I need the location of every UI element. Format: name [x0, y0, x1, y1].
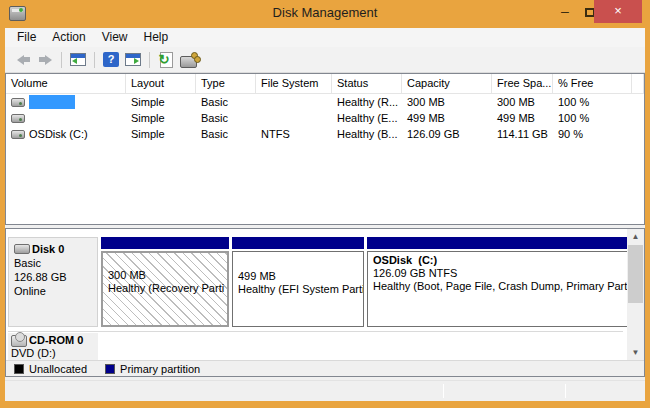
primary-partition-swatch: [105, 364, 115, 374]
rescan-disks-icon[interactable]: [177, 50, 199, 70]
show-console-tree-icon[interactable]: [67, 50, 89, 70]
disk0-type: Basic: [14, 256, 97, 270]
disk0-size: 126.88 GB: [14, 270, 97, 284]
title-bar[interactable]: Disk Management – ×: [0, 0, 650, 28]
column-header-layout[interactable]: Layout: [126, 74, 196, 93]
status-bar: [5, 380, 645, 401]
column-header-capacity[interactable]: Capacity: [402, 74, 492, 93]
scrollbar-thumb[interactable]: [628, 245, 643, 303]
disk-management-window: Disk Management – × File Action View Hel…: [0, 0, 650, 408]
column-header-filesystem[interactable]: File System: [256, 74, 332, 93]
cell-type: Basic: [196, 96, 256, 108]
cell-pctfree: 100 %: [553, 96, 632, 108]
table-row[interactable]: Simple Basic Healthy (R... 300 MB 300 MB…: [6, 94, 644, 110]
cell-capacity: 499 MB: [402, 112, 492, 124]
partition-color-band: [232, 237, 364, 249]
graphical-view: Disk 0 Basic 126.88 GB Online 300 MB Hea…: [5, 228, 645, 377]
partition-osdisk[interactable]: OSDisk (C:) 126.09 GB NTFS Healthy (Boot…: [367, 237, 631, 327]
table-row[interactable]: Simple Basic Healthy (E... 499 MB 499 MB…: [6, 110, 644, 126]
partition-recovery[interactable]: 300 MB Healthy (Recovery Parti: [101, 237, 229, 327]
column-header-freespace[interactable]: Free Spa...: [492, 74, 553, 93]
partition-color-band: [101, 237, 229, 249]
cell-status: Healthy (B...: [332, 128, 402, 140]
legend-bar: Unallocated Primary partition: [6, 360, 644, 376]
menu-help[interactable]: Help: [136, 28, 177, 47]
back-icon[interactable]: [12, 50, 34, 70]
cdrom-info-panel[interactable]: CD-ROM 0 DVD (D:): [8, 333, 98, 360]
window-title: Disk Management: [0, 5, 650, 20]
legend-label: Unallocated: [29, 363, 87, 375]
scroll-down-icon[interactable]: ▼: [627, 345, 644, 360]
cell-layout: Simple: [126, 128, 196, 140]
cell-status: Healthy (R...: [332, 96, 402, 108]
column-header-pctfree[interactable]: % Free: [553, 74, 632, 93]
disk0-name: Disk 0: [32, 242, 64, 256]
forward-icon[interactable]: [34, 50, 56, 70]
partition-size: 499 MB: [238, 270, 363, 283]
disk-icon: [14, 244, 30, 254]
menu-view[interactable]: View: [94, 28, 136, 47]
partitions-strip: 300 MB Healthy (Recovery Parti 499 MB He…: [101, 237, 631, 327]
show-action-pane-icon[interactable]: [122, 50, 144, 70]
scroll-up-icon[interactable]: ▲: [627, 229, 644, 244]
cell-pctfree: 100 %: [553, 112, 632, 124]
cell-freespace: 114.11 GB: [492, 128, 553, 140]
menu-action[interactable]: Action: [44, 28, 93, 47]
client-area: File Action View Help ?: [5, 28, 645, 401]
toolbar-separator: [61, 52, 62, 68]
volume-list-header: Volume Layout Type File System Status Ca…: [6, 74, 644, 94]
statusbar-separator: [565, 384, 566, 398]
partition-status: Healthy (Boot, Page File, Crash Dump, Pr…: [373, 280, 630, 293]
row-divider: [8, 331, 623, 332]
partition-size: 300 MB: [108, 269, 227, 282]
cdrom-name: CD-ROM 0: [29, 334, 83, 347]
column-header-blank: [632, 74, 644, 93]
cdrom-icon: [11, 335, 27, 347]
cell-layout: Simple: [126, 112, 196, 124]
cell-filesystem: NTFS: [256, 128, 332, 140]
unallocated-swatch: [14, 364, 24, 374]
table-row[interactable]: OSDisk (C:) Simple Basic NTFS Healthy (B…: [6, 126, 644, 142]
disk0-status: Online: [14, 284, 97, 298]
volume-list: Volume Layout Type File System Status Ca…: [5, 73, 645, 225]
disk-graph-canvas: Disk 0 Basic 126.88 GB Online 300 MB Hea…: [6, 229, 644, 360]
legend-unallocated: Unallocated: [14, 363, 87, 375]
legend-primary-partition: Primary partition: [105, 363, 200, 375]
help-icon[interactable]: ?: [100, 50, 122, 70]
toolbar-separator: [94, 52, 95, 68]
partition-efi[interactable]: 499 MB Healthy (EFI System Partit: [232, 237, 364, 327]
column-header-volume[interactable]: Volume: [6, 74, 126, 93]
cell-freespace: 300 MB: [492, 96, 553, 108]
column-header-status[interactable]: Status: [332, 74, 402, 93]
disk0-row: Disk 0 Basic 126.88 GB Online 300 MB Hea…: [8, 237, 623, 327]
menu-bar: File Action View Help: [5, 28, 645, 47]
volume-icon: [11, 98, 25, 107]
cell-pctfree: 90 %: [553, 128, 632, 140]
legend-label: Primary partition: [120, 363, 200, 375]
column-header-type[interactable]: Type: [196, 74, 256, 93]
volume-name: OSDisk (C:): [29, 128, 88, 140]
toolbar: ? ↻: [5, 47, 645, 73]
partition-color-band: [367, 237, 631, 249]
partition-size: 126.09 GB NTFS: [373, 267, 630, 280]
partition-status: Healthy (Recovery Parti: [108, 282, 227, 295]
cell-freespace: 499 MB: [492, 112, 553, 124]
partition-status: Healthy (EFI System Partit: [238, 283, 363, 296]
vertical-scrollbar[interactable]: ▲ ▼: [627, 229, 644, 360]
refresh-icon[interactable]: ↻: [155, 50, 177, 70]
disk0-info-panel[interactable]: Disk 0 Basic 126.88 GB Online: [8, 237, 98, 327]
close-button[interactable]: ×: [594, 0, 642, 23]
cell-layout: Simple: [126, 96, 196, 108]
selected-volume-highlight[interactable]: [29, 95, 75, 109]
cdrom-row: CD-ROM 0 DVD (D:): [8, 333, 98, 359]
volume-icon: [11, 114, 25, 123]
cell-capacity: 300 MB: [402, 96, 492, 108]
minimize-button[interactable]: –: [558, 3, 572, 19]
cell-capacity: 126.09 GB: [402, 128, 492, 140]
cell-type: Basic: [196, 128, 256, 140]
cdrom-media: DVD (D:): [11, 347, 98, 360]
partition-title: OSDisk (C:): [373, 254, 630, 267]
cell-type: Basic: [196, 112, 256, 124]
menu-file[interactable]: File: [9, 28, 44, 47]
cell-status: Healthy (E...: [332, 112, 402, 124]
